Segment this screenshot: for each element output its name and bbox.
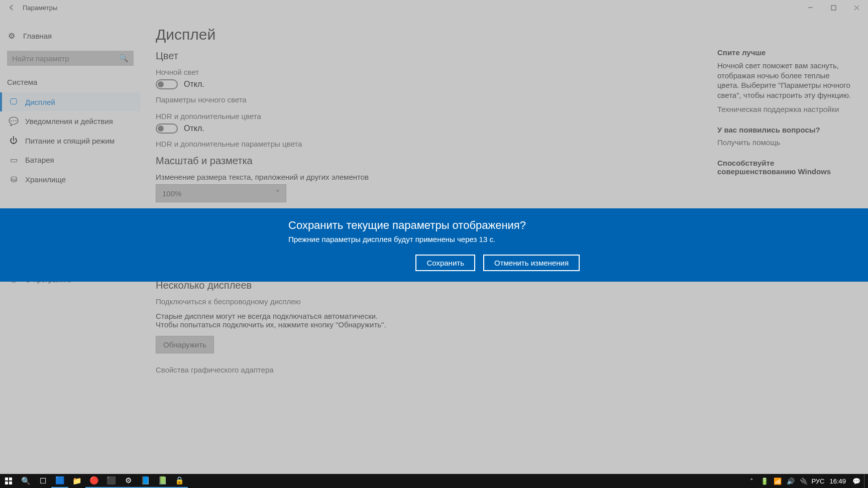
battery-tray-icon[interactable]: 🔋 <box>759 474 770 488</box>
svg-rect-4 <box>5 477 8 480</box>
category-header: Система <box>0 75 141 92</box>
sleep-better-text: Ночной свет поможет вам заснуть, отображ… <box>717 61 853 100</box>
language-indicator[interactable]: РУС <box>811 477 824 485</box>
get-help-link[interactable]: Получить помощь <box>717 138 853 147</box>
home-label: Главная <box>23 32 52 40</box>
sleep-better-header: Спите лучше <box>717 48 853 57</box>
night-light-label: Ночной свет <box>156 68 638 76</box>
display-icon: 🖵 <box>9 97 18 106</box>
sidebar-item-storage[interactable]: ⛁ Хранилище <box>0 170 141 189</box>
window-title: Параметры <box>23 4 57 12</box>
sidebar-item-label: Уведомления и действия <box>25 117 113 126</box>
sidebar-item-label: Питание и спящий режим <box>25 137 115 145</box>
search-icon: 🔍 <box>119 54 129 63</box>
night-light-settings-link[interactable]: Параметры ночного света <box>156 95 638 104</box>
tray-chevron-icon[interactable]: ˄ <box>746 474 757 488</box>
opera-icon[interactable]: 🔴 <box>85 474 102 488</box>
revert-button[interactable]: Отменить изменения <box>483 255 580 271</box>
toggle-state: Откл. <box>184 124 204 133</box>
tech-support-link[interactable]: Техническая поддержка настройки <box>717 105 853 113</box>
storage-icon: ⛁ <box>9 175 18 184</box>
app-icon-3[interactable]: 📘 <box>137 474 154 488</box>
feedback-header: Способствуйте совершенствованию Windows <box>717 159 853 176</box>
close-button[interactable] <box>845 0 868 15</box>
svg-rect-1 <box>831 6 836 10</box>
page-title: Дисплей <box>156 26 638 43</box>
svg-rect-6 <box>5 481 8 484</box>
app-icon-4[interactable]: 📗 <box>154 474 171 488</box>
notifications-icon: 💬 <box>9 116 18 126</box>
app-icon-5[interactable]: 🔒 <box>171 474 188 488</box>
sidebar-item-battery[interactable]: ▭ Батарея <box>0 150 141 170</box>
sidebar-item-notifications[interactable]: 💬 Уведомления и действия <box>0 111 141 131</box>
battery-icon: ▭ <box>9 155 18 165</box>
questions-header: У вас появились вопросы? <box>717 126 853 134</box>
confirmation-dialog: Сохранить текущие параметры отображения?… <box>0 208 868 282</box>
search-taskbar-icon[interactable]: 🔍 <box>17 474 34 488</box>
scale-dropdown[interactable]: 100% ˅ <box>156 184 286 202</box>
file-explorer-icon[interactable]: 📁 <box>68 474 85 488</box>
search-input[interactable] <box>12 54 102 63</box>
back-button[interactable] <box>0 0 23 15</box>
dialog-title: Сохранить текущие параметры отображения? <box>288 219 580 232</box>
task-view-icon[interactable]: ☐ <box>34 474 51 488</box>
keep-changes-button[interactable]: Сохранить <box>415 255 475 271</box>
old-displays-text: Старые дисплеи могут не всегда подключат… <box>156 312 387 329</box>
hdr-toggle[interactable]: Откл. <box>156 124 638 134</box>
action-center-icon[interactable]: 💬 <box>851 474 862 488</box>
dialog-message: Прежние параметры дисплея будут применен… <box>288 235 580 243</box>
hdr-settings-link[interactable]: HDR и дополнительные параметры цвета <box>156 140 638 148</box>
taskbar: 🔍 ☐ 🟦 📁 🔴 ⬛ ⚙ 📘 📗 🔒 ˄ 🔋 📶 🔊 🔌 РУС 16:49 … <box>0 474 868 488</box>
sidebar-item-label: Батарея <box>25 156 54 164</box>
toggle-state: Откл. <box>184 80 204 89</box>
volume-tray-icon[interactable]: 🔊 <box>785 474 796 488</box>
home-link[interactable]: ⚙ Главная <box>0 27 141 45</box>
adapter-properties-link[interactable]: Свойства графического адаптера <box>156 365 638 374</box>
svg-rect-7 <box>9 481 12 484</box>
app-icon-1[interactable]: 🟦 <box>51 474 68 488</box>
settings-taskbar-icon[interactable]: ⚙ <box>120 474 137 488</box>
sidebar-item-label: Дисплей <box>25 98 55 106</box>
scale-value: 100% <box>162 189 181 198</box>
app-icon-2[interactable]: ⬛ <box>102 474 120 488</box>
wifi-tray-icon[interactable]: 📶 <box>772 474 783 488</box>
titlebar: Параметры <box>0 0 868 15</box>
svg-rect-5 <box>9 477 12 480</box>
color-section-header: Цвет <box>156 50 638 62</box>
gear-icon: ⚙ <box>7 31 16 41</box>
show-desktop-button[interactable] <box>864 474 867 488</box>
sidebar-item-label: Хранилище <box>25 175 66 184</box>
minimize-button[interactable] <box>799 0 822 15</box>
detect-button[interactable]: Обнаружить <box>156 336 214 353</box>
start-button[interactable] <box>0 474 17 488</box>
wireless-display-link[interactable]: Подключиться к беспроводному дисплею <box>156 297 638 306</box>
scale-section-header: Масштаб и разметка <box>156 155 638 167</box>
hdr-label: HDR и дополнительные цвета <box>156 112 638 120</box>
night-light-toggle[interactable]: Откл. <box>156 79 638 89</box>
maximize-button[interactable] <box>822 0 845 15</box>
power-icon: ⏻ <box>9 136 18 145</box>
scale-description: Изменение размера текста, приложений и д… <box>156 173 638 181</box>
chevron-down-icon: ˅ <box>276 189 280 198</box>
usb-tray-icon[interactable]: 🔌 <box>798 474 809 488</box>
sidebar-item-power[interactable]: ⏻ Питание и спящий режим <box>0 131 141 150</box>
search-box[interactable]: 🔍 <box>7 51 134 66</box>
sidebar-item-display[interactable]: 🖵 Дисплей <box>0 92 141 111</box>
clock[interactable]: 16:49 <box>826 477 849 485</box>
